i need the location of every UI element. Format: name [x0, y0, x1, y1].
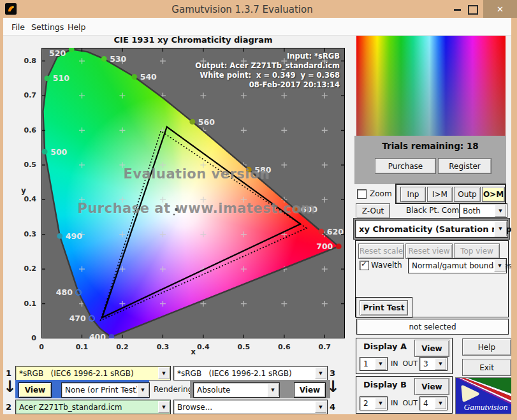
i-to-m-button[interactable]: I>M: [427, 187, 453, 202]
display-a-out-select[interactable]: 3▼: [419, 357, 448, 371]
view-left-button[interactable]: View: [18, 382, 52, 398]
menu-settings[interactable]: Settings: [31, 22, 64, 32]
chevron-down-icon[interactable]: ▼: [375, 398, 386, 409]
chevron-down-icon[interactable]: ▼: [315, 401, 326, 413]
chevron-down-icon[interactable]: ▼: [435, 358, 446, 370]
rendering-intent-select[interactable]: Absolute▼: [193, 382, 280, 398]
view-right-button[interactable]: View: [294, 382, 326, 398]
chevron-down-icon[interactable]: ▼: [375, 358, 386, 370]
register-button[interactable]: Register: [438, 158, 492, 174]
reset-view-button[interactable]: Reset view: [405, 243, 453, 259]
watermark-line2: Purchase at www.imatest.com: [78, 201, 316, 216]
display-b-out-select[interactable]: 4▼: [419, 396, 448, 410]
y-tick-label: 0.2: [15, 264, 36, 273]
chevron-down-icon[interactable]: ▼: [267, 384, 279, 396]
trials-remaining-text: Trials remaining: 18: [354, 141, 506, 151]
slot4-number: 4: [330, 402, 335, 412]
window-frame-bottom: [0, 414, 517, 420]
slot1-number: 1: [6, 368, 11, 378]
annotation-line: Input: *sRGB: [195, 52, 340, 61]
black-pt-comp-select[interactable]: Both▼: [459, 203, 507, 218]
chevron-down-icon[interactable]: ▼: [315, 367, 326, 379]
y-tick-label: 0: [15, 334, 36, 342]
top-view-button[interactable]: Top view: [454, 243, 500, 259]
inp-button[interactable]: Inp: [400, 187, 426, 202]
chevron-down-icon[interactable]: ▼: [495, 205, 506, 217]
logo-text: Gamutvision: [464, 402, 508, 412]
window-title: Gamutvision 1.3.7 Evaluation: [0, 4, 484, 15]
y-tick-label: 0.6: [15, 126, 36, 134]
annotation-line: 08-Feb-2017 20:13:14: [195, 80, 340, 90]
gamutvision-logo: Gamutvision: [455, 377, 514, 414]
menu-bar: File Settings Help: [3, 18, 511, 36]
title-bar: Gamutvision 1.3.7 Evaluation ✕: [0, 0, 517, 18]
y-tick-label: 0.5: [15, 161, 36, 169]
print-test-button[interactable]: Print Test: [360, 300, 408, 315]
chromaticity-plot: 4004704804905005105205305405605806006207…: [41, 48, 345, 338]
purchase-button[interactable]: Purchase: [375, 158, 436, 174]
watermark-line1: Evaluation version: [124, 166, 270, 182]
y-tick-label: 0.3: [15, 230, 36, 238]
slot2-number: 2: [6, 402, 11, 412]
chevron-down-icon[interactable]: ▼: [435, 398, 446, 409]
plot-annotation: Input: *sRGBOutput: Acer Z271Tb_standard…: [195, 52, 340, 90]
o-to-m-button[interactable]: O>M: [482, 187, 505, 202]
exit-button[interactable]: Exit: [462, 359, 511, 376]
y-tick-label: 0.7: [15, 91, 36, 99]
annotation-line: Output: Acer Z271Tb_standard.icm: [195, 61, 340, 71]
print-test-profile-select[interactable]: None (or Print Test)▼: [61, 382, 150, 398]
output-profile-select[interactable]: Acer Z271Tb_standard.icm▼: [15, 400, 171, 414]
display-b-in-select[interactable]: 2▼: [360, 396, 388, 410]
y-tick-label: 0.8: [15, 57, 36, 65]
status-field: not selected: [356, 319, 509, 335]
outp-button[interactable]: Outp: [454, 187, 481, 202]
menu-file[interactable]: File: [11, 22, 25, 32]
boundaries-select[interactable]: Normal/gamut boundaries▼: [408, 258, 507, 273]
close-icon[interactable]: ✕: [483, 0, 517, 18]
menu-help[interactable]: Help: [68, 22, 86, 32]
flow-down-arrow-left: ↓: [3, 379, 17, 395]
zoom-checkbox[interactable]: [357, 189, 367, 199]
z-out-button[interactable]: Z-Out: [356, 203, 390, 219]
black-pt-comp-label: Black Pt. Comp.: [406, 206, 467, 215]
display-b-label: Display B: [363, 380, 407, 389]
minimize-icon[interactable]: [454, 9, 461, 11]
chevron-down-icon[interactable]: ▼: [158, 401, 170, 413]
display-b-view-button[interactable]: View: [414, 378, 449, 395]
chevron-down-icon[interactable]: ▼: [158, 367, 170, 379]
chart-title: CIE 1931 xy Chromaticity diagram: [41, 35, 345, 45]
help-button[interactable]: Help: [462, 338, 511, 356]
chevron-down-icon[interactable]: ▼: [494, 221, 507, 236]
saturation-map-image: [356, 36, 506, 136]
browse-profile-select[interactable]: Browse...▼: [173, 400, 328, 414]
input-profile-select-right[interactable]: *sRGB (IEC6 1996-2.1 sRGB)▼: [173, 366, 328, 380]
reset-scale-button[interactable]: Reset scale: [358, 243, 404, 259]
input-profile-select[interactable]: *sRGB (IEC6 1996-2.1 sRGB)▼: [15, 366, 171, 380]
display-a-in-select[interactable]: 1▼: [360, 357, 388, 371]
y-axis-label: y: [21, 186, 26, 195]
map-type-select[interactable]: xy Chromaticity (Saturation map) ▼: [355, 220, 508, 238]
annotation-line: White point: x = 0.349 y = 0.368: [195, 71, 340, 80]
flow-down-arrow-right: ↓: [326, 379, 340, 395]
display-a-inout-label: IN OUT: [391, 359, 418, 368]
window-frame-left: [0, 18, 3, 420]
rendering-label: Rendering: [154, 385, 193, 394]
zoom-checkbox-label: Zoom: [370, 189, 392, 198]
y-tick-label: 0.4: [15, 195, 36, 203]
chevron-down-icon[interactable]: ▼: [137, 384, 149, 396]
chevron-down-icon[interactable]: ▼: [494, 259, 506, 272]
wavelth-checkbox-label: Wavelth: [371, 261, 402, 270]
x-axis-label: x: [41, 347, 345, 356]
display-a-view-button[interactable]: View: [414, 340, 449, 357]
display-b-inout-label: IN OUT: [391, 399, 418, 407]
maximize-icon[interactable]: [468, 5, 478, 15]
wavelth-checkbox[interactable]: ✓: [360, 261, 369, 270]
y-tick-label: 0.1: [15, 300, 36, 308]
slot3-number: 3: [330, 368, 335, 378]
display-a-label: Display A: [363, 342, 407, 351]
window-frame-right: [511, 18, 517, 420]
check-icon: ✓: [361, 259, 367, 268]
